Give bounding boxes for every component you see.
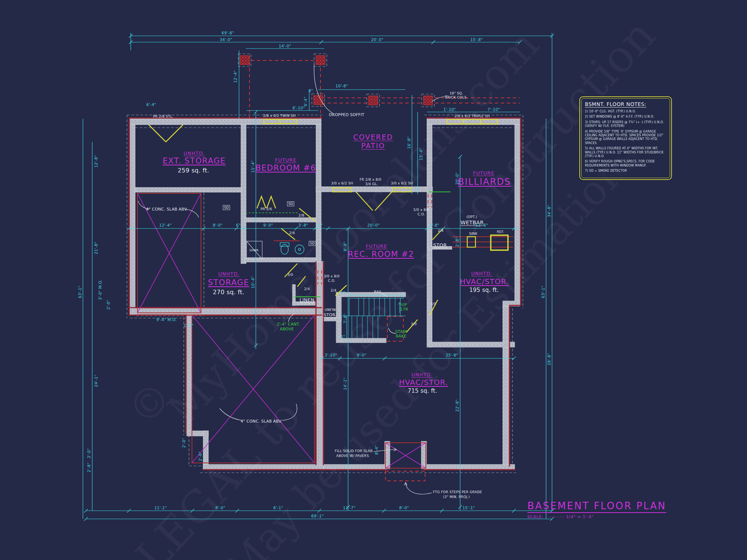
room-hvac715-unhtd: UNHTD. <box>411 372 433 377</box>
smoke-detector-1: SD <box>287 202 294 206</box>
door-label-fr2: 3/4 GL. <box>365 182 378 186</box>
door-label-24-wetbar: 2/4 <box>438 229 443 233</box>
window-label-sh-left: 3/0 x 6/2 SH <box>331 181 353 185</box>
dim-patio-8: 8" <box>309 88 313 93</box>
dim-mid-6b: 6" <box>318 223 323 227</box>
dim-left-128: 12'-8" <box>94 155 98 167</box>
room-billiards-name: BILLIARDS <box>458 177 511 187</box>
ref-label: REF. <box>497 230 504 234</box>
dim-bot-61: 6'-1" <box>273 505 283 510</box>
opening-label-co30-2: C.O. <box>328 279 335 283</box>
dim-104: 10'-4" <box>251 276 255 288</box>
door-label-24-linen2: 2/4 <box>331 289 336 292</box>
sheet-scale: SCALE: ············ 1/4" = 1'-0" <box>527 514 666 519</box>
dim-200-billiards: 20'-0" <box>455 172 459 184</box>
stair-rake-label-1: STAIR <box>395 329 407 334</box>
dim-patio-710: 7'-10" <box>487 107 500 112</box>
dim-patio-110: 1'-10" <box>443 107 456 112</box>
opening-label-co50-1: 5/0 x 8/0 <box>413 208 430 212</box>
dim-154: 15'-4" <box>251 160 255 172</box>
dim-low-90: 9'-0" <box>357 353 366 357</box>
rail-label: RAIL <box>374 290 382 294</box>
note-2: 2) SET WINDOWS @ 8'-0" A.F.F. (TYP.) U.N… <box>585 115 666 119</box>
sink-label: SINK <box>469 232 477 236</box>
door-label-28: 2/8 <box>298 214 304 217</box>
door-label-30-hvac: 3/0 <box>430 302 436 306</box>
dim-right-288: 28'-8" <box>547 353 551 365</box>
dim-mid-200: 20'-0" <box>367 223 379 227</box>
opening-label-co50-2: C.O. <box>418 212 425 216</box>
dim-patio-108: 10'-8" <box>335 84 348 88</box>
room-hvac195-name: HVAC/STOR. <box>460 277 509 286</box>
room-ext-storage-area: 259 sq. ft. <box>178 167 209 174</box>
wetbar-opt: (OPT.) <box>467 215 477 219</box>
room-patio-line2: PATIO <box>361 141 385 150</box>
dim-mid-116: 11'-6" <box>475 223 488 227</box>
stair-rake-label-2: RAKE <box>396 334 407 338</box>
dim-28-wetbar: 2'-8" <box>455 237 459 247</box>
room-ext-storage-unhtd: UNHTD. <box>183 150 205 156</box>
dim-bot-overall: 69'-1" <box>311 514 323 518</box>
dim-stairs-6a: 6" <box>341 290 345 295</box>
note-3: 3) STAIRS: UP 17 RISERS @ 7¾" (+ -) (TYP… <box>585 121 666 128</box>
note-5: 5) ALL WALLS FIGURED AT 4" WIDTHS FOR IN… <box>585 147 666 158</box>
room-bedroom6-name: BEDROOM #6 <box>255 164 316 172</box>
dim-low-258: 25'-8" <box>446 353 458 357</box>
brick-cols-note-1: 16" SQ. <box>450 91 463 95</box>
dim-bot-80a: 8'-0" <box>216 505 225 510</box>
dim-top-20: 20'-0" <box>371 37 383 42</box>
dim-mid-38a: 3'-8" <box>298 223 308 227</box>
door-label-fr1: FR 2/8 x 8/0 <box>360 178 381 181</box>
dim-patio-44: 4'-4" <box>303 97 308 106</box>
room-patio-line1: COVERED <box>353 133 393 141</box>
dim-sm84: 8'-4" <box>374 445 379 455</box>
dim-168: 16'-8" <box>407 136 411 149</box>
dim-bot-80b: 8'-0" <box>399 505 409 510</box>
door-label-pr26: PR 2/6 <box>261 207 272 211</box>
dim-15: 1'-5" <box>184 323 193 328</box>
note-6: 6) VERIFY ROUGH OPNG'S,SPECS. FOR CODE R… <box>585 160 666 168</box>
notes-heading: BSMNT. FLOOR NOTES: <box>585 101 666 107</box>
room-hvac195-unhtd: UNHTD. <box>471 271 492 276</box>
room-rec-future: FUTURE <box>366 243 387 249</box>
smoke-detector-2: SD <box>309 241 316 246</box>
dim-left-mo30: 3'-0" M.O. <box>98 280 102 300</box>
dim-low-310: 3'-10" <box>325 353 337 357</box>
cant-above-label-1: 2'-4" CANT. <box>277 322 300 326</box>
note-1: 1) 10'-0" CLG. HGT. (TYP.) U.N.O. <box>585 110 666 113</box>
dim-64: 6'-4" <box>146 102 156 107</box>
dim-sm20: 2'-0" <box>182 438 186 448</box>
dim-left-241: 24'-1" <box>94 374 98 387</box>
bath-fixtures <box>280 243 304 254</box>
leader-lines <box>138 64 447 494</box>
window-label-triple: 2/8 x 6/2 TRIPLE SH <box>455 114 490 118</box>
door-label-24-linen1: 2/4 <box>304 287 310 291</box>
dim-228: 22'-8" <box>455 399 459 411</box>
fill-solid-note-2: ABOVE W/ PAVERS <box>336 454 369 458</box>
dim-bot-117: 11'-7" <box>343 505 355 510</box>
dim-141: 14'-1" <box>343 377 347 390</box>
dim-left-20: 2'-0" <box>106 300 111 309</box>
unfin-line1: UNFIN <box>325 308 335 312</box>
dim-88: 8'-8" <box>343 242 347 251</box>
dim-mid-38b: 3'-8" <box>430 223 439 227</box>
door-label-26: 2/6 <box>289 231 295 235</box>
dim-mo94: 9'-4" M.O. <box>156 317 177 322</box>
door-label-pr28stl: PR 2/8 STL. <box>153 115 173 118</box>
sheet-title: BASEMENT FLOOR PLAN <box>527 500 666 513</box>
dim-top-overall: 69'-8" <box>221 31 234 35</box>
dim-patio-610: 6'-10" <box>292 106 305 110</box>
dim-right-63: 63'-1" <box>541 286 545 298</box>
smoke-detector-3: SD <box>223 205 230 210</box>
title-block: BASEMENT FLOOR PLAN SCALE: ············ … <box>527 500 666 519</box>
dim-mid-124: 12'-4" <box>159 223 171 227</box>
room-storage-area: 270 sq. ft. <box>213 289 244 296</box>
conc-slab-note-upper: 4" CONC. SLAB ABV. <box>146 207 187 211</box>
dim-left-20b: 2'-0" <box>87 448 91 458</box>
window-label-twin: 2/8 x 6/2 TWIN SH <box>263 114 295 118</box>
dim-bot-151: 15'-1" <box>462 505 475 510</box>
dropped-soffit-note: DROPPED SOFFIT <box>329 112 364 117</box>
unfin-line2: STOR. <box>324 312 337 317</box>
dim-patio-124: 12'-4" <box>233 70 238 83</box>
note-7: 7) SD = SMOKE DETECTOR <box>585 169 666 173</box>
